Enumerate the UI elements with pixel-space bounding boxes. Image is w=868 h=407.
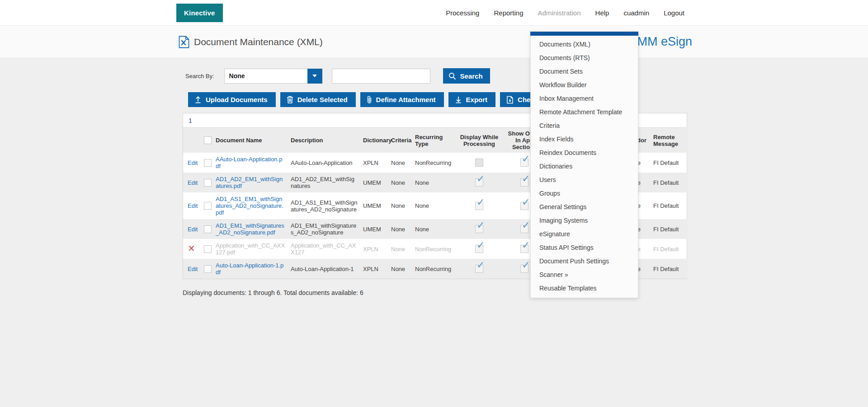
delete-x-icon[interactable]: ✕ xyxy=(188,245,195,252)
row-checkbox[interactable] xyxy=(204,245,212,253)
admin-menu-item[interactable]: Imaging Systems xyxy=(531,214,638,227)
document-name-link[interactable]: AD1_AD2_EM1_withSignatures.pdf xyxy=(216,176,283,189)
dictionary-cell: XPLN xyxy=(360,239,388,259)
criteria-cell: None xyxy=(388,239,412,259)
document-name-link[interactable]: Auto-Loan-Application-1.pdf xyxy=(216,262,283,276)
nav-logout[interactable]: Logout xyxy=(664,9,684,17)
delete-selected-label: Delete Selected xyxy=(297,96,348,103)
admin-menu-item[interactable]: Inbox Management xyxy=(531,92,638,105)
edit-link[interactable]: Edit xyxy=(188,202,198,209)
document-name-cell: AD1_AD2_EM1_withSignatures.pdf xyxy=(213,173,288,192)
select-dropdown-button[interactable] xyxy=(307,69,322,84)
search-row: Search By: None Search xyxy=(183,68,868,84)
action-cell: ✕ xyxy=(183,239,201,259)
admin-menu-item[interactable]: Groups xyxy=(531,187,638,200)
export-label: Export xyxy=(466,96,488,103)
admin-menu-item[interactable]: Users xyxy=(531,173,638,187)
action-cell: Edit xyxy=(183,173,201,192)
recurring-type-cell: None xyxy=(412,219,457,239)
nav-user-cuadmin[interactable]: cuadmin xyxy=(623,9,649,17)
dictionary-cell: UMEM xyxy=(360,192,388,219)
admin-menu-item[interactable]: Reusable Templates xyxy=(531,281,638,295)
admin-menu-item[interactable]: eSignature xyxy=(531,227,638,241)
remote-message-cell: FI Default xyxy=(651,219,688,239)
document-name-link[interactable]: AD1_AS1_EM1_withSignatures_AD2_noSignatu… xyxy=(216,196,283,216)
display-while-processing-cell xyxy=(457,219,502,239)
admin-menu-item[interactable]: Document Push Settings xyxy=(531,254,638,268)
row-checkbox[interactable] xyxy=(204,265,212,273)
nav-administration[interactable]: Administration xyxy=(538,9,581,17)
row-checkbox[interactable] xyxy=(204,179,212,187)
admin-menu-item[interactable]: Status API Settings xyxy=(531,241,638,254)
admin-menu-item[interactable]: Documents (RTS) xyxy=(531,51,638,65)
display-while-processing-checkbox[interactable] xyxy=(475,225,483,233)
document-name-link[interactable]: AAuto-Loan-Application.pdf xyxy=(216,156,282,169)
select-all-header xyxy=(201,128,213,153)
action-column-header xyxy=(183,128,201,153)
display-while-processing-checkbox[interactable] xyxy=(475,245,483,253)
results-summary: Displaying documents: 1 through 6. Total… xyxy=(183,289,868,296)
show-other-checkbox[interactable] xyxy=(520,178,528,187)
display-while-processing-checkbox[interactable] xyxy=(475,265,483,273)
admin-menu-item[interactable]: Workflow Builder xyxy=(531,78,638,92)
remote-message-cell: FI Default xyxy=(651,192,688,219)
document-name-cell: Application_with_CC_AXX127.pdf xyxy=(213,239,288,259)
upload-icon xyxy=(194,96,202,103)
admin-menu-item[interactable]: Document Sets xyxy=(531,65,638,78)
dictionary-cell: UMEM xyxy=(360,219,388,239)
display-while-processing-checkbox[interactable] xyxy=(475,202,483,210)
show-other-checkbox[interactable] xyxy=(520,159,528,167)
recurring-type-cell: None xyxy=(412,173,457,192)
admin-menu-item[interactable]: Reindex Documents xyxy=(531,146,638,159)
select-all-checkbox[interactable] xyxy=(204,136,212,144)
document-name-link[interactable]: AD1_EM1_withSignatures_AD2_noSignature.p… xyxy=(216,222,284,236)
edit-link[interactable]: Edit xyxy=(188,179,198,186)
admin-menu-item[interactable]: Criteria xyxy=(531,119,638,132)
search-by-label: Search By: xyxy=(185,73,214,80)
delete-selected-button[interactable]: Delete Selected xyxy=(280,92,356,107)
document-name-link[interactable]: Application_with_CC_AXX127.pdf xyxy=(216,242,285,256)
upload-documents-button[interactable]: Upload Documents xyxy=(188,92,276,107)
edit-link[interactable]: Edit xyxy=(188,159,198,166)
admin-menu-list: Documents (XML)Documents (RTS)Document S… xyxy=(531,36,638,298)
top-bar: Kinective Processing Reporting Administr… xyxy=(0,0,868,26)
search-button[interactable]: Search xyxy=(443,68,490,84)
checkbox-cell xyxy=(201,219,213,239)
show-other-checkbox[interactable] xyxy=(520,245,528,253)
document-name-cell: AD1_EM1_withSignatures_AD2_noSignature.p… xyxy=(213,219,288,239)
criteria-header: Criteria xyxy=(388,128,412,153)
checkout-icon xyxy=(506,96,514,104)
nav-processing[interactable]: Processing xyxy=(446,9,479,17)
display-while-processing-checkbox[interactable] xyxy=(475,159,483,167)
export-button[interactable]: Export xyxy=(448,92,496,107)
description-cell: AD1_EM1_withSignatures_AD2_noSignature xyxy=(288,219,360,239)
admin-menu-item[interactable]: Index Fields xyxy=(531,132,638,146)
edit-link[interactable]: Edit xyxy=(188,226,198,233)
define-attachment-button[interactable]: Define Attachment xyxy=(360,92,444,107)
nav-reporting[interactable]: Reporting xyxy=(494,9,523,17)
page-number[interactable]: 1 xyxy=(189,117,192,124)
show-other-checkbox[interactable] xyxy=(520,202,528,210)
admin-menu-item[interactable]: Dictionaries xyxy=(531,159,638,173)
search-input[interactable] xyxy=(332,69,430,84)
admin-menu-item[interactable]: Remote Attachment Template xyxy=(531,105,638,119)
row-checkbox[interactable] xyxy=(204,159,212,167)
row-checkbox[interactable] xyxy=(204,225,212,233)
dictionary-header: Dictionary xyxy=(360,128,388,153)
edit-link[interactable]: Edit xyxy=(188,266,198,272)
remote-message-cell: FI Default xyxy=(651,173,688,192)
display-while-processing-cell xyxy=(457,192,502,219)
admin-menu-item[interactable]: Scanner » xyxy=(531,268,638,281)
admin-menu-item[interactable]: Documents (XML) xyxy=(531,37,638,51)
define-attachment-label: Define Attachment xyxy=(376,96,436,103)
criteria-cell: None xyxy=(388,153,412,173)
display-while-processing-checkbox[interactable] xyxy=(475,178,483,187)
nav-help[interactable]: Help xyxy=(595,9,609,17)
show-other-checkbox[interactable] xyxy=(520,265,528,273)
row-checkbox[interactable] xyxy=(204,202,212,210)
show-other-checkbox[interactable] xyxy=(520,225,528,233)
search-by-select[interactable]: None xyxy=(224,69,322,84)
admin-menu-item[interactable]: General Settings xyxy=(531,200,638,214)
remote-message-cell: FI Default xyxy=(651,239,688,259)
kinective-logo[interactable]: Kinective xyxy=(176,4,223,22)
